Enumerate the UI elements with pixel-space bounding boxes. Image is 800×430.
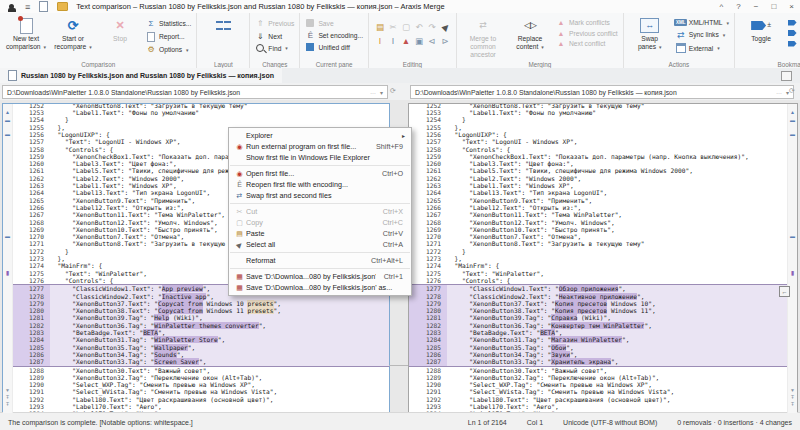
mark-change-icon[interactable]: ▲ — [400, 34, 412, 47]
code-line[interactable]: 1256 "LogonUIXP": { — [409, 131, 788, 138]
previous-conflict-button[interactable]: ▲Previous conflict — [556, 30, 618, 37]
code-line[interactable]: 1276 "Controls": { — [409, 277, 788, 284]
next-bookmark-button[interactable]: Next — [787, 40, 800, 47]
code-line[interactable]: 1291 "Select_WVista.Tag": "Сменить превь… — [12, 388, 389, 395]
left-file-path-input[interactable]: D:\Downloads\WinPaletter 1.0.8.0 Standal… — [2, 85, 388, 99]
left-path-more-icon[interactable]: … — [370, 89, 376, 96]
maximize-button[interactable]: □ — [771, 2, 776, 11]
code-line[interactable]: 1280 "XenonButton38.Text": "Копия пресет… — [409, 307, 788, 314]
code-line[interactable]: 1279 "XenonButton37.Text": "Копия пресет… — [409, 300, 788, 307]
code-line[interactable]: 1288 "XenonButton30.Text": "Важный совет… — [12, 367, 389, 374]
menu-item-open-first-file[interactable]: ◉Open first file...Ctrl+O — [229, 168, 411, 179]
undo-icon[interactable]: ↶ — [413, 20, 425, 33]
save-button[interactable]: Save — [305, 19, 363, 27]
accept-change-icon[interactable]: ▣ — [413, 34, 425, 47]
menu-item-save-d-downloa-080-by-felikskis-json-as[interactable]: ▦Save 'D:\Downloa...080 by Felikskis.jso… — [229, 282, 411, 293]
open-folder-icon[interactable] — [57, 2, 68, 12]
menu-item-paste[interactable]: ▤PasteCtrl+V — [229, 228, 411, 239]
previous-change-button[interactable]: ⇑Previous — [255, 19, 294, 28]
code-line[interactable]: 1286 "XenonButton34.Tag": "Sounds", — [12, 351, 389, 358]
code-line[interactable]: 1257 "Text": "LogonUI - Windows XP", — [409, 138, 788, 145]
code-line[interactable]: 1254 } — [409, 116, 788, 123]
code-line[interactable]: 1293 "Label170.Text": "Aero", — [12, 403, 389, 410]
code-line[interactable]: 1266 "Label12.Text": "Открыть из:", — [409, 204, 788, 211]
change-marker[interactable]: ▬ — [788, 233, 797, 240]
code-line[interactable]: 1255 }, — [409, 124, 788, 131]
change-marker[interactable]: ▬ — [3, 117, 12, 124]
menu-item-reformat[interactable]: ReformatCtrl+Alt+L — [229, 255, 411, 266]
statistics-button[interactable]: ΣStatistics... — [146, 19, 191, 28]
reload-right-file-icon[interactable]: ⟳ — [789, 87, 795, 95]
left-pane-change-margin[interactable]: ▲▬▬▬▮▼ŦŦ — [3, 104, 13, 413]
menu-item-run-external-program-on-first-file[interactable]: ◉Run external program on first file...Sh… — [229, 141, 411, 152]
layout-button[interactable] — [202, 15, 244, 43]
change-marker[interactable]: ▬ — [3, 233, 12, 240]
code-line[interactable]: 1282 "XenonButton36.Tag": "Конвертер тем… — [409, 322, 788, 329]
help-button[interactable]: ? — [736, 2, 740, 11]
code-line[interactable]: 1254 } — [12, 116, 389, 123]
left-path-dropdown-icon[interactable]: ▾ — [380, 89, 383, 96]
code-line[interactable]: 1287 "XenonButton33.Tag": "Хранитель экр… — [409, 358, 788, 366]
code-line[interactable]: 1284 "XenonButton31.Tag": "WinPaletter S… — [12, 336, 389, 343]
previous-bookmark-button[interactable]: Previous — [787, 30, 800, 37]
change-marker[interactable]: ▼ — [788, 387, 797, 394]
code-line[interactable]: 1274 "MainFrm": { — [409, 262, 788, 269]
code-line[interactable]: 1262 "Label2.Text": "Windows 2000", — [409, 175, 788, 182]
code-line[interactable]: 1265 "XenonButton9.Text": "Применить", — [409, 197, 788, 204]
code-line[interactable]: 1253 "Label1.Text": "Фоны по умолчанию" — [409, 109, 788, 116]
edit-comment-button[interactable]: Edit comment... — [787, 19, 800, 26]
options-button[interactable]: ⚙Options▾ — [146, 45, 191, 54]
code-line[interactable]: 1261 "Label5.Text": "Твики, специфичные … — [409, 167, 788, 174]
swap-panes-button[interactable]: ↔Swappanes ▾ — [629, 15, 671, 51]
right-pane-code[interactable]: 1252 "XenonButton8.Text": "Загрузить в т… — [409, 104, 788, 413]
minimize-button[interactable]: − — [754, 2, 759, 11]
find-button[interactable]: Find▾ — [255, 44, 294, 52]
code-line[interactable]: 1281 "XenonButton39.Tag": "Справка (Wiki… — [409, 314, 788, 321]
insert-after-icon[interactable]: I — [387, 34, 399, 47]
menu-item-save-d-downloa-080-by-felikskis-json[interactable]: ▦Save 'D:\Downloa...080 by Felikskis.jso… — [229, 271, 411, 282]
menu-item-copy[interactable]: ▢CopyCtrl+C — [229, 217, 411, 228]
code-line[interactable]: 1290 "Select_WXP.Tag": "Сменить превью н… — [12, 381, 389, 388]
change-marker[interactable]: ▮ — [3, 270, 12, 277]
insert-before-icon[interactable]: I — [374, 34, 386, 47]
code-line[interactable]: 1286 "XenonButton34.Tag": "Звуки", — [409, 351, 788, 358]
menu-item-cut[interactable]: ✂CutCtrl+X — [229, 206, 411, 217]
code-line[interactable]: 1259 "XenonCheckBox1.Text": "Показать до… — [409, 153, 788, 160]
code-line[interactable]: 1293 "Label170.Text": "Aero", — [409, 403, 788, 410]
code-line[interactable]: 1272 } — [409, 248, 788, 255]
menu-item-select-all[interactable]: ▶Select allCtrl+A — [229, 239, 411, 250]
right-path-more-icon[interactable]: … — [776, 89, 782, 96]
change-marker[interactable]: ▬ — [788, 117, 797, 124]
code-line[interactable]: 1288 "XenonButton30.Text": "Важный совет… — [409, 367, 788, 374]
unified-diff-button[interactable]: Unified diff — [305, 43, 363, 51]
change-marker[interactable]: ▬ — [788, 131, 797, 138]
push-left-icon[interactable]: ⊲ — [426, 34, 438, 47]
close-button[interactable]: × — [789, 2, 794, 11]
merge-change-left-button[interactable]: ← — [779, 286, 790, 297]
code-line[interactable]: 1285 "XenonButton35.Tag": "Wallpaper", — [12, 344, 389, 351]
copy-icon[interactable]: ▢ — [400, 20, 412, 33]
new-document-icon[interactable] — [38, 2, 49, 12]
encoding-indicator[interactable]: Unicode (UTF-8 without BOM) — [563, 419, 657, 426]
code-line[interactable]: 1292 "Label180.Text": "Цвет раскрашивани… — [409, 396, 788, 403]
menu-item-show-first-file-in-windows-file-explorer[interactable]: Show first file in Windows File Explorer — [229, 152, 411, 163]
external-button[interactable]: External▾ — [676, 43, 729, 53]
report-button[interactable]: Report... — [146, 32, 191, 42]
push-right-icon[interactable]: ⊳ — [439, 34, 451, 47]
change-marker[interactable]: Ŧ — [3, 401, 12, 408]
next-conflict-button[interactable]: ▲Next conflict — [556, 40, 618, 47]
mark-conflicts-button[interactable]: ▲Mark conflicts — [556, 19, 618, 26]
pointer-icon[interactable]: ▶ — [436, 18, 454, 36]
set-encoding-button[interactable]: ÊSet encoding... — [305, 31, 363, 40]
code-line[interactable]: 1267 "XenonButton11.Text": "Тема WinPale… — [409, 211, 788, 218]
next-change-button[interactable]: ⇓Next — [255, 32, 294, 41]
code-line[interactable]: 1283 "BetaBadge.Text": "BETA", — [12, 329, 389, 336]
code-line[interactable]: 1280 "XenonButton38.Text": "Copycat from… — [12, 307, 389, 314]
code-line[interactable]: 1291 "Select_WVista.Tag": "Сменить превь… — [409, 388, 788, 395]
change-marker[interactable]: ▬ — [3, 131, 12, 138]
change-marker[interactable]: ▮ — [788, 270, 797, 277]
code-line[interactable]: 1292 "Label180.Text": "Цвет раскрашивани… — [12, 396, 389, 403]
comparison-tab[interactable]: Russian 1080 by Felikskis.json and Russi… — [0, 68, 282, 83]
cut-icon[interactable]: ✂ — [387, 20, 399, 33]
code-line[interactable]: 1263 "Label1.Text": "Windows XP", — [409, 182, 788, 189]
